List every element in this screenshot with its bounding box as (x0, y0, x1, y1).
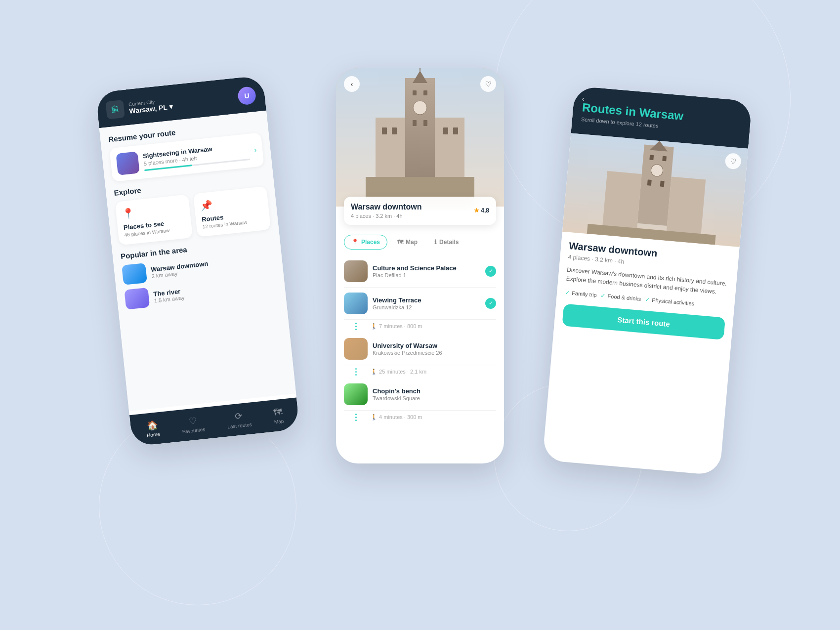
start-route-button[interactable]: Start this route (562, 303, 725, 339)
svg-rect-12 (392, 127, 397, 134)
place-info-1: Culture and Science Palace Plac Defilad … (373, 264, 480, 278)
popular-thumb-2 (124, 287, 150, 309)
map-tab-icon: 🗺 (397, 239, 403, 246)
tag-food: ✓ Food & drinks (600, 292, 641, 302)
walk-divider-3: 🚶 4 minutes · 300 m (344, 411, 496, 424)
tab-map[interactable]: 🗺 Map (390, 235, 424, 249)
back-button-middle[interactable]: ‹ (344, 76, 360, 92)
place-name-2: Viewing Terrace (373, 296, 480, 304)
popular-thumb-1 (122, 263, 147, 285)
svg-rect-8 (423, 90, 427, 95)
route-chevron-icon[interactable]: › (253, 145, 257, 154)
routes-icon: 📌 (200, 193, 262, 211)
svg-point-4 (413, 101, 427, 115)
tag-physical: ✓ Physical activities (645, 295, 695, 307)
nav-home[interactable]: 🏠 Home (145, 419, 160, 438)
location-card: Warsaw downtown 4 places · 3.2 km · 4h ★… (344, 197, 496, 225)
tab-places[interactable]: 📍 Places (344, 235, 387, 250)
phone-left-body: Resume your route Sightseeing in Warsaw … (99, 110, 296, 411)
details-tab-icon: ℹ (434, 239, 437, 246)
map-icon: 🗺 (273, 406, 283, 418)
places-icon: 📍 (122, 202, 184, 220)
place-addr-1: Plac Defilad 1 (373, 272, 480, 278)
tabs-row: 📍 Places 🗺 Map ℹ Details (336, 235, 504, 255)
city-icon: 🏛 (105, 99, 125, 119)
place-info-3: University of Warsaw Krakowskie Przedmie… (373, 342, 496, 356)
svg-rect-14 (453, 127, 458, 134)
check-icon-1: ✓ (485, 266, 496, 277)
svg-rect-24 (647, 179, 652, 186)
place-item-4[interactable]: Chopin's bench Twardowski Square (344, 378, 496, 411)
place-addr-2: Grunwaldzka 12 (373, 304, 480, 310)
svg-rect-13 (443, 127, 448, 134)
star-icon: ★ (474, 207, 479, 214)
popular-list: Warsaw downtown 2 km away The river 1.5 … (122, 249, 278, 309)
svg-rect-11 (382, 127, 387, 134)
svg-rect-23 (662, 156, 667, 161)
location-meta: 4 places · 3.2 km · 4h (351, 213, 489, 219)
location-info: 🏛 Current City Warsaw, PL ▾ (105, 94, 173, 119)
explore-grid: 📍 Places to see 46 places in Warsaw 📌 Ro… (115, 186, 271, 245)
place-info-2: Viewing Terrace Grunwaldzka 12 (373, 296, 480, 310)
walk-time-1: 🚶 7 minutes · 800 m (371, 323, 422, 330)
svg-rect-9 (413, 120, 417, 126)
place-info-4: Chopin's bench Twardowski Square (373, 387, 496, 401)
svg-rect-1 (405, 78, 435, 177)
route-detail-card: Warsaw downtown 4 places · 3.2 km · 4h D… (553, 231, 740, 348)
routes-icon: ⟳ (234, 410, 243, 421)
rating: ★ 4,8 (474, 207, 489, 214)
place-item-2[interactable]: Viewing Terrace Grunwaldzka 12 ✓ (344, 288, 496, 320)
route-detail-image: ♡ (562, 133, 748, 247)
favourite-button-middle[interactable]: ♡ (480, 76, 496, 92)
location-name: Warsaw downtown (351, 203, 489, 211)
walk-dots-2 (344, 368, 368, 376)
route-thumb (116, 151, 139, 175)
route-palace-illustration (562, 133, 748, 247)
phone-middle: ‹ ♡ Warsaw downtown 4 places · 3.2 km · … (336, 68, 504, 463)
tag-family: ✓ Family trip (565, 289, 597, 298)
walk-dots-1 (344, 323, 368, 330)
places-list: Culture and Science Palace Plac Defilad … (336, 255, 504, 424)
place-thumb-4 (344, 383, 368, 405)
explore-places-card[interactable]: 📍 Places to see 46 places in Warsaw (115, 194, 193, 245)
explore-routes-card[interactable]: 📌 Routes 12 routes in Warsaw (193, 186, 271, 237)
place-thumb-2 (344, 293, 368, 314)
svg-rect-10 (423, 120, 427, 126)
avatar[interactable]: U (237, 85, 257, 105)
tag-check-icon-2: ✓ (600, 292, 606, 299)
svg-rect-7 (413, 90, 417, 95)
places-tab-icon: 📍 (351, 239, 359, 246)
place-addr-4: Twardowski Square (373, 395, 496, 401)
tag-check-icon-1: ✓ (565, 289, 570, 296)
palace-illustration (336, 68, 504, 207)
check-icon-2: ✓ (485, 298, 496, 309)
tab-details[interactable]: ℹ Details (427, 235, 465, 249)
nav-map[interactable]: 🗺 Map (273, 406, 284, 424)
place-name-4: Chopin's bench (373, 387, 496, 395)
place-thumb-3 (344, 338, 368, 360)
place-name-3: University of Warsaw (373, 342, 496, 349)
place-item-1[interactable]: Culture and Science Palace Plac Defilad … (344, 255, 496, 288)
home-icon: 🏠 (146, 419, 158, 431)
phone-right: ‹ Routes in Warsaw Scroll down to explor… (543, 85, 753, 475)
svg-rect-5 (376, 118, 405, 177)
walk-time-3: 🚶 4 minutes · 300 m (371, 414, 422, 420)
tag-check-icon-3: ✓ (645, 295, 650, 303)
svg-rect-25 (660, 180, 665, 187)
phone-middle-image: ‹ ♡ (336, 68, 504, 207)
walk-time-2: 🚶 25 minutes · 2,1 km (371, 369, 426, 375)
svg-rect-6 (435, 118, 464, 177)
place-addr-3: Krakowskie Przedmieście 26 (373, 350, 496, 356)
phone-left: 🏛 Current City Warsaw, PL ▾ U Resume you… (95, 75, 299, 447)
place-thumb-1 (344, 260, 368, 282)
place-name-1: Culture and Science Palace (373, 264, 480, 272)
walk-dots-3 (344, 414, 368, 421)
walk-divider-2: 🚶 25 minutes · 2,1 km (344, 365, 496, 378)
nav-last-routes[interactable]: ⟳ Last routes (226, 409, 252, 429)
svg-rect-22 (649, 155, 654, 160)
route-info: Sightseeing in Warsaw 5 places more · 4h… (142, 141, 250, 171)
nav-favourites[interactable]: ♡ Favourites (181, 414, 206, 434)
place-item-3[interactable]: University of Warsaw Krakowskie Przedmie… (344, 333, 496, 365)
heart-icon: ♡ (188, 415, 197, 427)
phones-container: 🏛 Current City Warsaw, PL ▾ U Resume you… (74, 43, 766, 587)
